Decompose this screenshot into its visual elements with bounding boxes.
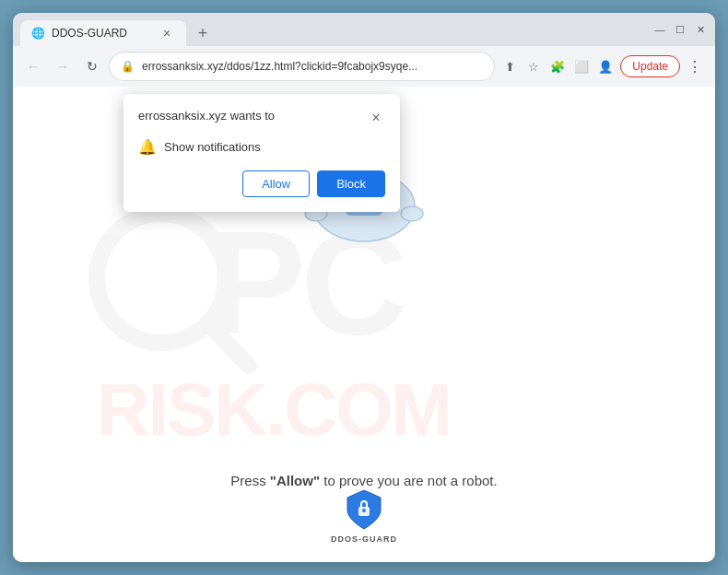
tab-favicon: 🌐 xyxy=(31,27,44,40)
profile-button[interactable]: 👤 xyxy=(594,55,616,77)
share-button[interactable]: ⬆ xyxy=(499,55,521,77)
menu-button[interactable]: ⋮ xyxy=(682,53,708,79)
toolbar-actions: Update ⋮ xyxy=(620,53,708,79)
popup-notification-row: 🔔 Show notifications xyxy=(138,138,385,156)
lock-icon: 🔒 xyxy=(121,60,135,73)
active-tab[interactable]: 🌐 DDOS-GUARD × xyxy=(20,20,186,46)
sidebar-button[interactable]: ⬜ xyxy=(570,55,593,77)
svg-point-19 xyxy=(362,509,366,512)
popup-buttons: Allow Block xyxy=(138,170,385,197)
popup-header: errossanksix.xyz wants to × xyxy=(138,109,385,127)
new-tab-button[interactable]: + xyxy=(190,20,216,46)
tab-title: DDOS-GUARD xyxy=(52,27,151,40)
minimize-button[interactable]: — xyxy=(652,22,667,37)
svg-text:RISK.COM: RISK.COM xyxy=(97,369,451,451)
toolbar: ← → ↻ 🔒 errossanksix.xyz/ddos/1zz.html?c… xyxy=(13,46,715,87)
browser-window: 🌐 DDOS-GUARD × + — ☐ ✕ ← → ↻ 🔒 errossank… xyxy=(13,13,715,562)
update-button[interactable]: Update xyxy=(620,55,680,77)
ddos-shield-icon xyxy=(346,488,382,531)
url-text: errossanksix.xyz/ddos/1zz.html?clickid=9… xyxy=(142,60,483,73)
bookmark-button[interactable]: ☆ xyxy=(523,55,545,77)
forward-button[interactable]: → xyxy=(50,53,76,79)
captcha-prefix: Press xyxy=(230,473,270,488)
tab-close-button[interactable]: × xyxy=(159,25,175,41)
popup-close-button[interactable]: × xyxy=(367,109,385,127)
back-button[interactable]: ← xyxy=(20,53,46,79)
svg-point-13 xyxy=(401,206,423,221)
window-controls: — ☐ ✕ xyxy=(652,22,708,37)
notification-label: Show notifications xyxy=(164,140,261,154)
address-actions: ⬆ ☆ 🧩 ⬜ 👤 xyxy=(499,55,616,77)
captcha-text: Press "Allow" to prove you are not a rob… xyxy=(230,473,497,488)
extensions-button[interactable]: 🧩 xyxy=(546,55,569,77)
refresh-button[interactable]: ↻ xyxy=(79,53,105,79)
captcha-suffix: to prove you are not a robot. xyxy=(320,473,498,488)
svg-line-1 xyxy=(207,323,249,366)
ddos-logo: DDOS-GUARD xyxy=(331,488,397,544)
allow-button[interactable]: Allow xyxy=(242,170,310,197)
bell-icon: 🔔 xyxy=(138,138,157,156)
block-button[interactable]: Block xyxy=(317,170,385,197)
captcha-bold: "Allow" xyxy=(270,473,320,488)
title-bar: 🌐 DDOS-GUARD × + — ☐ ✕ xyxy=(13,13,715,46)
svg-point-0 xyxy=(97,214,226,343)
maximize-button[interactable]: ☐ xyxy=(673,22,687,37)
page-content: PC RISK.COM xyxy=(13,87,715,562)
notification-popup: errossanksix.xyz wants to × 🔔 Show notif… xyxy=(123,94,400,212)
ddos-label: DDOS-GUARD xyxy=(331,534,397,544)
tab-area: 🌐 DDOS-GUARD × + xyxy=(20,13,652,46)
address-bar[interactable]: 🔒 errossanksix.xyz/ddos/1zz.html?clickid… xyxy=(109,52,495,81)
popup-title: errossanksix.xyz wants to xyxy=(138,109,275,123)
close-window-button[interactable]: ✕ xyxy=(693,22,708,37)
